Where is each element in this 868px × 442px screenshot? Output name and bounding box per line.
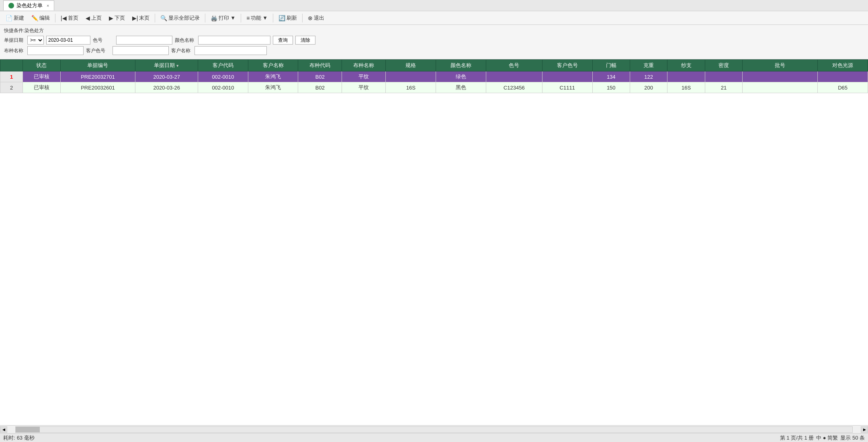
customer-code-label: 客户色号: [86, 47, 110, 54]
col-header-customercolorcode[interactable]: 客户色号: [542, 60, 592, 71]
col-header-customercode[interactable]: 客户代码: [198, 60, 248, 71]
new-button[interactable]: 📄 新建: [2, 13, 27, 23]
edit-button[interactable]: ✏️ 编辑: [28, 13, 53, 23]
col-header-customername[interactable]: 客户名称: [248, 60, 298, 71]
sep5: [273, 14, 273, 22]
yarn-cell: [667, 71, 705, 82]
print-button[interactable]: 🖨️ 打印 ▼: [207, 13, 239, 23]
exit-button[interactable]: ⊗ 退出: [305, 13, 328, 23]
color-code-label: 色号: [93, 37, 114, 44]
col-header-status[interactable]: 状态: [23, 60, 60, 71]
show-all-button[interactable]: 🔍 显示全部记录: [157, 13, 203, 23]
date-input[interactable]: [46, 36, 90, 45]
customer-name-cell: 朱鸿飞: [248, 82, 298, 93]
col-header-yarn[interactable]: 纱支: [667, 60, 705, 71]
col-header-density[interactable]: 密度: [705, 60, 742, 71]
show-all-icon: 🔍: [160, 15, 167, 21]
light-source-cell: [818, 71, 868, 82]
customer-color-code-input[interactable]: [113, 46, 169, 55]
density-cell: [705, 71, 742, 82]
time-value: 63 毫秒: [17, 434, 35, 442]
prev-button[interactable]: ◀ 上页: [82, 13, 105, 23]
customer-code-cell: 002-0010: [198, 82, 248, 93]
customer-color-code-cell: C1111: [542, 82, 592, 93]
next-button[interactable]: ▶ 下页: [106, 13, 128, 23]
color-name-cell: 黑色: [436, 82, 486, 93]
fabric-name-input[interactable]: [27, 46, 84, 55]
color-code-cell: C123456: [486, 82, 542, 93]
exit-icon: ⊗: [308, 15, 313, 21]
func-arrow: ▼: [262, 15, 268, 21]
filter-title: 快捷条件:染色处方: [4, 27, 864, 34]
main-content: 状态 单据编号 单据日期▼ 客户代码 客户名称 布种代码 布种名称 规格 颜色名…: [0, 59, 868, 425]
tab-close-btn[interactable]: ×: [47, 3, 49, 8]
color-name-input[interactable]: [198, 36, 270, 45]
customer-name-input[interactable]: [194, 46, 267, 55]
print-arrow: ▼: [230, 15, 235, 21]
col-header-billdate[interactable]: 单据日期▼: [135, 60, 198, 71]
title-bar: 染色处方单 ×: [0, 0, 868, 11]
row-num: 2: [0, 82, 23, 93]
status-right: 第 1 页/共 1 册 中 ● 简繁 显示 50 条: [780, 434, 865, 442]
last-button[interactable]: ▶| 末页: [129, 13, 153, 23]
light-source-cell: D65: [818, 82, 868, 93]
scroll-left-btn[interactable]: ◀: [0, 426, 7, 433]
col-header-fabriccode[interactable]: 布种代码: [298, 60, 342, 71]
first-button[interactable]: |◀ 首页: [57, 13, 82, 23]
width-cell: 134: [592, 71, 630, 82]
data-table: 状态 单据编号 单据日期▼ 客户代码 客户名称 布种代码 布种名称 规格 颜色名…: [0, 59, 868, 93]
refresh-icon: 🔄: [278, 15, 285, 21]
sep2: [155, 14, 155, 22]
refresh-button[interactable]: 🔄 刷新: [275, 13, 300, 23]
col-header-billno[interactable]: 单据编号: [60, 60, 135, 71]
clear-button[interactable]: 清除: [295, 36, 315, 45]
fabric-code-cell: B02: [298, 82, 342, 93]
col-header-spec[interactable]: 规格: [386, 60, 436, 71]
scroll-track[interactable]: [15, 426, 853, 433]
status-bar: 耗时: 63 毫秒 第 1 页/共 1 册 中 ● 简繁 显示 50 条: [0, 433, 868, 442]
color-code-input[interactable]: [116, 36, 172, 45]
col-header-width[interactable]: 门幅: [592, 60, 630, 71]
table-row[interactable]: 1已审核PRE200327012020-03-27002-0010朱鸿飞B02平…: [0, 71, 868, 82]
color-name-cell: 绿色: [436, 71, 486, 82]
col-header-fabricname[interactable]: 布种名称: [342, 60, 386, 71]
query-button[interactable]: 查询: [273, 36, 293, 45]
fabric-name-cell: 平纹: [342, 82, 386, 93]
page-info: 第 1 页/共 1 册: [780, 434, 814, 442]
col-header-colorcode[interactable]: 色号: [486, 60, 542, 71]
spec-cell: 16S: [386, 82, 436, 93]
func-button[interactable]: ≡ 功能 ▼: [243, 13, 271, 23]
time-label: 耗时:: [3, 434, 15, 442]
col-header-batchno[interactable]: 批号: [743, 60, 818, 71]
horizontal-scrollbar[interactable]: ◀ ▶: [0, 425, 868, 433]
fabric-name-cell: 平纹: [342, 71, 386, 82]
date-op-select[interactable]: >= <= = > <: [27, 36, 44, 45]
table-row[interactable]: 2已审核PRE200326012020-03-26002-0010朱鸿飞B02平…: [0, 82, 868, 93]
quick-filter-panel: 快捷条件:染色处方 单据日期 >= <= = > < 色号 颜色名称 查询 清除…: [0, 25, 868, 59]
print-icon: 🖨️: [211, 15, 217, 21]
customer-code-cell: 002-0010: [198, 71, 248, 82]
customer-name-cell: 朱鸿飞: [248, 71, 298, 82]
tab-label: 染色处方单: [16, 2, 43, 9]
sep1: [55, 14, 55, 22]
new-icon: 📄: [6, 15, 12, 21]
width-cell: 150: [592, 82, 630, 93]
last-icon: ▶|: [132, 15, 138, 21]
col-header-colorname[interactable]: 颜色名称: [436, 60, 486, 71]
row-num: 1: [0, 71, 23, 82]
next-icon: ▶: [109, 15, 113, 21]
col-header-weight[interactable]: 克重: [630, 60, 667, 71]
scroll-thumb[interactable]: [16, 427, 40, 432]
main-tab[interactable]: 染色处方单 ×: [3, 0, 54, 10]
status-cell: 已审核: [23, 82, 60, 93]
tab-icon: [8, 3, 14, 8]
col-header-lightsource[interactable]: 对色光源: [818, 60, 868, 71]
sep4: [241, 14, 241, 22]
yarn-cell: 16S: [667, 82, 705, 93]
density-cell: 21: [705, 82, 742, 93]
date-label: 单据日期: [4, 37, 25, 44]
scroll-right-btn[interactable]: ▶: [861, 426, 868, 433]
display-count: 显示 50 条: [840, 434, 865, 442]
weight-cell: 200: [630, 82, 667, 93]
sep3: [205, 14, 205, 22]
